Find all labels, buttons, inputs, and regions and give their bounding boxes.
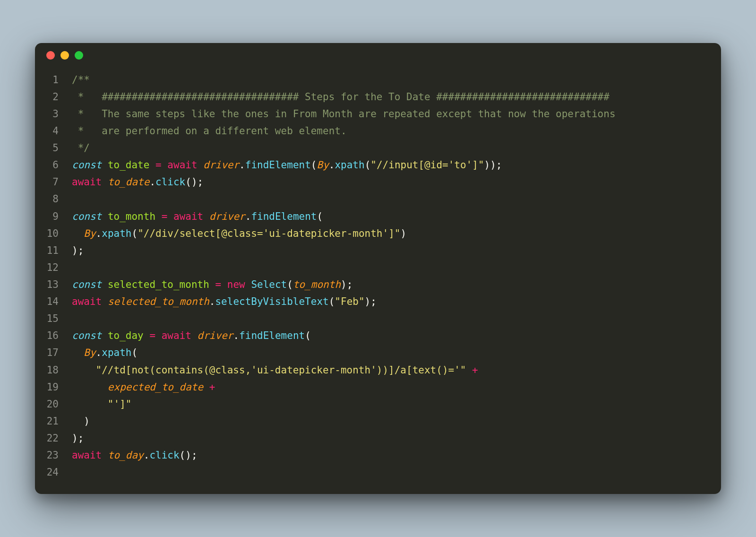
token-plain (155, 330, 162, 341)
code-window: 1/**2 * ################################… (35, 43, 721, 494)
code-line[interactable]: 19 expected_to_date + (35, 379, 721, 396)
token-string: "Feb" (335, 296, 364, 307)
code-line[interactable]: 6const to_date = await driver.findElemen… (35, 156, 721, 173)
code-content[interactable]: "//td[not(contains(@class,'ui-datepicker… (72, 362, 721, 379)
token-ident: selected_to_month (108, 296, 209, 307)
line-number: 10 (35, 225, 72, 242)
line-number: 2 (35, 88, 72, 105)
token-plain: . (233, 330, 239, 341)
token-plain (203, 381, 209, 393)
token-func: selectByVisibleText (215, 296, 328, 307)
token-plain: . (96, 228, 102, 239)
window-titlebar (35, 43, 721, 68)
token-keyword: await (72, 176, 102, 188)
code-line[interactable]: 13const selected_to_month = new Select(t… (35, 276, 721, 293)
code-line[interactable]: 17 By.xpath( (35, 344, 721, 361)
code-content[interactable]: await to_date.click(); (72, 173, 721, 191)
code-content[interactable]: await selected_to_month.selectByVisibleT… (72, 293, 721, 310)
line-number: 6 (35, 156, 72, 173)
code-line[interactable]: 11); (35, 242, 721, 259)
token-def: const (72, 159, 102, 171)
token-paren: ) (84, 416, 90, 427)
code-content[interactable]: ) (72, 413, 721, 430)
token-op: = (149, 330, 155, 341)
code-content[interactable]: const to_day = await driver.findElement( (72, 327, 721, 344)
token-plain (102, 159, 108, 171)
code-line[interactable]: 10 By.xpath("//div/select[@class='ui-dat… (35, 225, 721, 242)
code-content[interactable]: const selected_to_month = new Select(to_… (72, 276, 721, 293)
code-line[interactable]: 22); (35, 430, 721, 447)
token-ident: By (317, 159, 328, 171)
token-paren: ) (400, 228, 406, 239)
token-paren: )); (484, 159, 502, 171)
code-line[interactable]: 7await to_date.click(); (35, 173, 721, 191)
line-number: 13 (35, 276, 72, 293)
code-line[interactable]: 24 (35, 464, 721, 481)
token-string: "//td[not(contains(@class,'ui-datepicker… (96, 364, 466, 376)
token-plain (162, 159, 168, 171)
code-content[interactable] (72, 464, 721, 481)
token-plain (245, 279, 251, 290)
code-content[interactable]: * The same steps like the ones in From M… (72, 105, 721, 122)
zoom-icon[interactable] (75, 51, 83, 60)
code-content[interactable] (72, 310, 721, 327)
token-ident: driver (203, 159, 239, 171)
token-plain (72, 347, 84, 358)
token-paren: ); (72, 245, 84, 256)
code-line[interactable]: 3 * The same steps like the ones in From… (35, 105, 721, 122)
code-line[interactable]: 21 ) (35, 413, 721, 430)
token-comment: * ################################# Step… (72, 91, 610, 103)
token-var: to_day (108, 330, 144, 341)
token-def: const (72, 330, 102, 341)
code-content[interactable]: By.xpath( (72, 344, 721, 361)
line-number: 7 (35, 173, 72, 191)
code-content[interactable]: const to_month = await driver.findElemen… (72, 208, 721, 225)
code-content[interactable]: const to_date = await driver.findElement… (72, 156, 721, 173)
code-line[interactable]: 20 "']" (35, 396, 721, 413)
code-content[interactable]: By.xpath("//div/select[@class='ui-datepi… (72, 225, 721, 242)
code-content[interactable] (72, 259, 721, 276)
code-content[interactable]: expected_to_date + (72, 379, 721, 396)
close-icon[interactable] (46, 51, 55, 60)
code-content[interactable]: ); (72, 430, 721, 447)
code-content[interactable]: /** (72, 71, 721, 88)
code-content[interactable]: */ (72, 139, 721, 156)
token-plain (149, 159, 155, 171)
token-comment: * The same steps like the ones in From M… (72, 108, 616, 120)
code-content[interactable]: await to_day.click(); (72, 447, 721, 464)
code-line[interactable]: 12 (35, 259, 721, 276)
code-line[interactable]: 16const to_day = await driver.findElemen… (35, 327, 721, 344)
code-content[interactable]: * are performed on a different web eleme… (72, 122, 721, 139)
code-content[interactable]: * ################################# Step… (72, 88, 721, 105)
code-line[interactable]: 14await selected_to_month.selectByVisibl… (35, 293, 721, 310)
token-func: click (149, 450, 179, 461)
token-paren: ( (365, 159, 371, 171)
code-content[interactable]: "']" (72, 396, 721, 413)
token-def: const (72, 279, 102, 290)
code-editor[interactable]: 1/**2 * ################################… (35, 68, 721, 494)
token-var: to_month (108, 211, 155, 222)
code-content[interactable] (72, 191, 721, 208)
code-line[interactable]: 2 * ################################# St… (35, 88, 721, 105)
token-plain: . (239, 159, 245, 171)
token-plain (72, 398, 108, 410)
token-var: to_date (108, 159, 150, 171)
minimize-icon[interactable] (60, 51, 69, 60)
token-keyword: await (72, 450, 102, 461)
token-plain (155, 211, 162, 222)
token-paren: ( (317, 211, 323, 222)
code-line[interactable]: 15 (35, 310, 721, 327)
code-content[interactable]: ); (72, 242, 721, 259)
token-plain: . (209, 296, 215, 307)
code-line[interactable]: 4 * are performed on a different web ele… (35, 122, 721, 139)
token-plain (102, 296, 108, 307)
code-line[interactable]: 5 */ (35, 139, 721, 156)
token-plain (203, 211, 209, 222)
token-paren: (); (185, 176, 203, 188)
code-line[interactable]: 23await to_day.click(); (35, 447, 721, 464)
code-line[interactable]: 9const to_month = await driver.findEleme… (35, 208, 721, 225)
code-line[interactable]: 18 "//td[not(contains(@class,'ui-datepic… (35, 362, 721, 379)
token-comment: * are performed on a different web eleme… (72, 125, 347, 137)
code-line[interactable]: 8 (35, 191, 721, 208)
code-line[interactable]: 1/** (35, 71, 721, 88)
